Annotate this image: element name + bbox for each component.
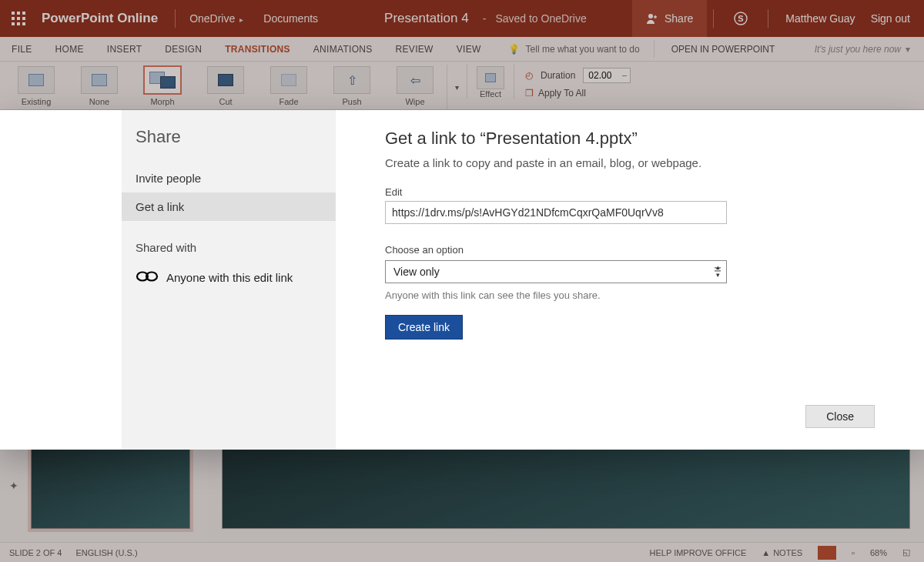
permission-select[interactable]: View only [385,260,727,283]
share-description: Create a link to copy and paste in an em… [385,156,875,169]
share-sidebar: Share Invite people Get a link Shared wi… [122,110,336,450]
shared-with-text: Anyone with this edit link [166,271,293,284]
close-button[interactable]: Close [805,405,875,428]
share-url-input[interactable] [385,201,727,224]
permission-hint: Anyone with this link can see the files … [385,289,875,301]
choose-option-label: Choose an option [385,244,875,256]
create-link-button[interactable]: Create link [385,315,463,340]
shared-with-heading: Shared with [122,221,336,265]
link-icon [136,269,159,286]
share-menu-invite[interactable]: Invite people [122,164,336,192]
shared-with-entry[interactable]: Anyone with this edit link [122,265,336,290]
share-main: Get a link to “Presentation 4.pptx” Crea… [336,110,924,450]
share-dialog: Share Invite people Get a link Shared wi… [0,110,924,450]
share-heading: Get a link to “Presentation 4.pptx” [385,129,875,149]
share-menu-get-link[interactable]: Get a link [122,192,336,221]
edit-link-label: Edit [385,186,875,198]
share-panel-title: Share [122,127,336,164]
dialog-gutter [0,110,122,450]
